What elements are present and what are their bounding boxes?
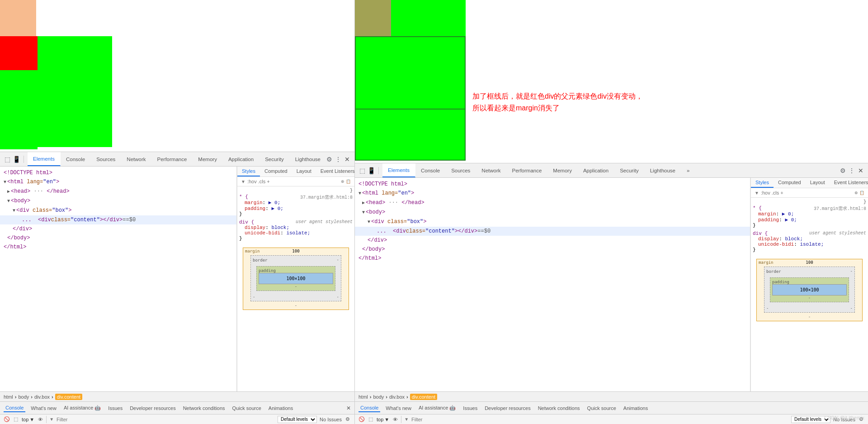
- tab-security-right[interactable]: Security: [614, 163, 645, 177]
- top-dropdown-right[interactable]: top ▼: [377, 417, 389, 422]
- top-dropdown-left[interactable]: top ▼: [22, 417, 34, 422]
- breadcrumb-divcontent-right[interactable]: div.content: [410, 394, 437, 400]
- tab-sources-left[interactable]: Sources: [91, 152, 121, 166]
- filter-input-right[interactable]: [761, 190, 853, 195]
- breadcrumb-html-right[interactable]: html: [359, 394, 368, 400]
- breadcrumb-divcontent-left[interactable]: div.content: [55, 394, 82, 400]
- right-elements-tree[interactable]: <!DOCTYPE html> ▼<html lang="en"> ▶<head…: [355, 178, 750, 391]
- toggle-drawer-right[interactable]: ⬚: [368, 416, 374, 423]
- breadcrumb-body-right[interactable]: body: [373, 394, 384, 400]
- settings-icon-left[interactable]: ⚙: [326, 156, 333, 163]
- tab-lighthouse-left[interactable]: Lighthouse: [290, 152, 324, 166]
- clear-console-left[interactable]: 🚫: [4, 416, 10, 423]
- styles-tab-styles-left[interactable]: Styles: [237, 167, 260, 176]
- tab-console-left[interactable]: Console: [61, 152, 91, 166]
- tab-network-left[interactable]: Network: [121, 152, 151, 166]
- tab-more-right[interactable]: »: [681, 163, 695, 177]
- console-tab-animations-left[interactable]: Animations: [267, 405, 295, 412]
- filter-input-left[interactable]: [247, 179, 340, 184]
- tree-body-left: ▼<body>: [0, 196, 236, 206]
- breadcrumb-html-left[interactable]: html: [4, 394, 13, 400]
- styles-tab-computed-left[interactable]: Computed: [260, 167, 292, 176]
- breadcrumb-body-left[interactable]: body: [18, 394, 29, 400]
- styles-tab-events-left[interactable]: Event Listeners: [316, 167, 354, 176]
- settings-icon-status-left[interactable]: ⚙: [344, 416, 351, 423]
- tab-memory-right[interactable]: Memory: [547, 163, 578, 177]
- tab-memory-left[interactable]: Memory: [193, 152, 223, 166]
- tab-sources-right[interactable]: Sources: [446, 163, 476, 177]
- green-bottom-border-right: [355, 109, 466, 161]
- more-icon-right[interactable]: ⋮: [848, 167, 855, 174]
- console-tab-quicksource-left[interactable]: Quick source: [231, 405, 263, 412]
- filter-toggle-right[interactable]: ▼: [404, 417, 409, 422]
- console-tab-netconditions-right[interactable]: Network conditions: [536, 405, 582, 412]
- tab-application-left[interactable]: Application: [223, 152, 259, 166]
- tree-doctype-right: <!DOCTYPE html>: [355, 180, 750, 189]
- close-icon-left[interactable]: ✕: [344, 156, 351, 163]
- left-styles-tabs: Styles Computed Layout Event Listeners: [237, 167, 354, 177]
- close-icon-right[interactable]: ✕: [857, 167, 864, 174]
- right-panel: 加了框线后，就是红色div的父元素绿色div没有变动， 所以看起来是margin…: [355, 0, 868, 424]
- tree-close-html-left: </html>: [0, 243, 236, 252]
- console-tab-quicksource-right[interactable]: Quick source: [585, 405, 618, 412]
- tab-security-left[interactable]: Security: [259, 152, 290, 166]
- console-tab-devresources-left[interactable]: Developer resources: [128, 405, 178, 412]
- divider-left: [46, 416, 47, 423]
- tab-performance-left[interactable]: Performance: [152, 152, 193, 166]
- cursor-icon[interactable]: ⬚: [4, 156, 11, 163]
- console-close-left[interactable]: ✕: [346, 405, 351, 411]
- left-preview: [0, 0, 354, 152]
- console-tab-whatsnew-left[interactable]: What's new: [29, 405, 58, 412]
- annotation-block: 加了框线后，就是红色div的父元素绿色div没有变动， 所以看起来是margin…: [472, 91, 643, 114]
- mobile-icon[interactable]: 📱: [13, 156, 20, 163]
- console-tab-issues-left[interactable]: Issues: [106, 405, 124, 412]
- left-elements-tree[interactable]: <!DOCTYPE html> ▼<html lang="en"> ▶<head…: [0, 167, 237, 391]
- mobile-icon-right[interactable]: 📱: [368, 167, 375, 174]
- console-tab-ai-right[interactable]: AI assistance 🤖: [417, 404, 458, 412]
- tree-div-content-right[interactable]: ... <div class="content"></div> == $0: [355, 227, 750, 236]
- right-preview: 加了框线后，就是红色div的父元素绿色div没有变动， 所以看起来是margin…: [355, 0, 868, 163]
- console-tab-ai-left[interactable]: AI assistance 🤖: [62, 404, 103, 412]
- console-tab-console-right[interactable]: Console: [359, 404, 380, 412]
- console-tab-whatsnew-right[interactable]: What's new: [384, 405, 413, 412]
- tab-console-right[interactable]: Console: [415, 163, 446, 177]
- eye-icon-left[interactable]: 👁: [37, 416, 43, 423]
- console-tab-animations-right[interactable]: Animations: [622, 405, 650, 412]
- annotation-line2: 所以看起来是margin消失了: [472, 102, 643, 114]
- green-large-right: [355, 36, 466, 111]
- tree-div-box-left: ▼<div class="box">: [0, 206, 236, 215]
- level-select-left[interactable]: Default levels: [278, 416, 317, 423]
- console-tab-console-left[interactable]: Console: [4, 404, 25, 412]
- tab-elements-left[interactable]: Elements: [28, 152, 61, 166]
- padding-label-right: padding: [772, 280, 847, 284]
- console-tab-devresources-right[interactable]: Developer resources: [483, 405, 533, 412]
- toggle-drawer-left[interactable]: ⬚: [13, 416, 19, 423]
- tab-application-right[interactable]: Application: [578, 163, 614, 177]
- box-padding-right: padding 100×100 -: [770, 277, 849, 302]
- more-icon-left[interactable]: ⋮: [335, 156, 342, 163]
- tab-performance-right[interactable]: Performance: [507, 163, 548, 177]
- clear-console-right[interactable]: 🚫: [359, 416, 365, 423]
- cursor-icon-right[interactable]: ⬚: [359, 167, 366, 174]
- left-devtools-panel: ⬚ 📱 Elements Console Sources Network Per…: [0, 152, 354, 424]
- console-filter-left[interactable]: [57, 417, 93, 422]
- styles-tab-styles-right[interactable]: Styles: [751, 178, 774, 188]
- breadcrumb-divbox-left[interactable]: div.box: [34, 394, 50, 400]
- styles-tab-layout-right[interactable]: Layout: [806, 178, 830, 188]
- tab-lighthouse-right[interactable]: Lighthouse: [645, 163, 681, 177]
- tree-div-content-left[interactable]: ... <div class="content"></div> == $0: [0, 215, 236, 224]
- border-bottom-row-right: --: [766, 306, 853, 310]
- console-tab-netconditions-left[interactable]: Network conditions: [181, 405, 227, 412]
- console-tab-issues-right[interactable]: Issues: [461, 405, 479, 412]
- eye-icon-right[interactable]: 👁: [392, 416, 398, 423]
- border-dash-right: -: [850, 269, 853, 273]
- styles-tab-layout-left[interactable]: Layout: [292, 167, 316, 176]
- filter-toggle-left[interactable]: ▼: [49, 417, 54, 422]
- breadcrumb-divbox-right[interactable]: div.box: [389, 394, 405, 400]
- console-filter-right[interactable]: [411, 417, 448, 422]
- styles-tab-events-right[interactable]: Event Listeners: [830, 178, 868, 188]
- styles-tab-computed-right[interactable]: Computed: [774, 178, 806, 188]
- tab-elements-right[interactable]: Elements: [382, 163, 415, 177]
- settings-icon-right[interactable]: ⚙: [839, 167, 846, 174]
- tab-network-right[interactable]: Network: [476, 163, 506, 177]
